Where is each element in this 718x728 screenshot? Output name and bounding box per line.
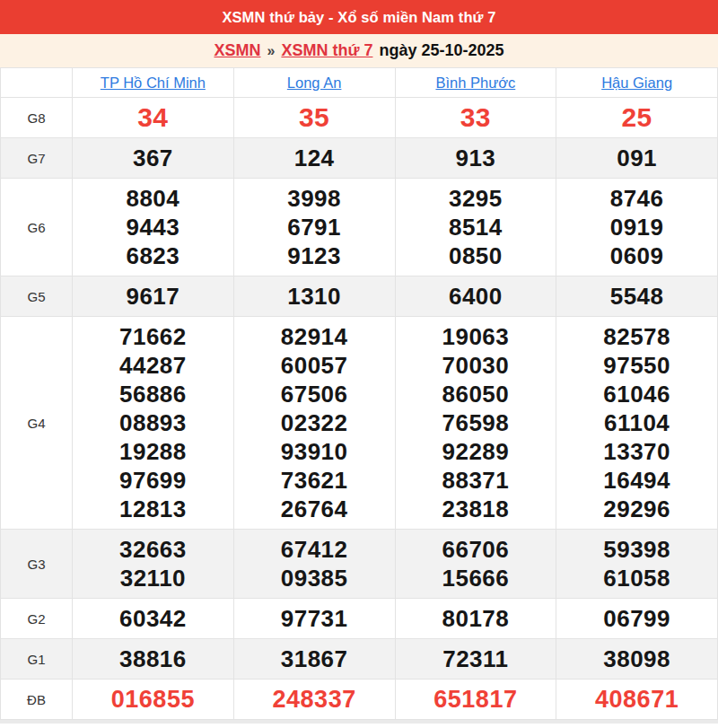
result-number: 5548 (556, 282, 717, 311)
prize-label: G6 (1, 179, 73, 276)
result-cell: 35 (233, 98, 395, 138)
result-number: 66706 (396, 535, 556, 564)
result-cell: 38098 (556, 639, 718, 680)
result-number: 16494 (556, 466, 717, 495)
breadcrumb-link-xsmn-thu-7[interactable]: XSMN thứ 7 (281, 41, 372, 60)
prize-label: G7 (1, 138, 73, 179)
result-number: 9123 (234, 241, 395, 270)
province-header: TP Hồ Chí Minh (73, 68, 234, 98)
result-number: 60057 (234, 351, 395, 380)
result-cell: 651817 (395, 680, 556, 720)
breadcrumb: XSMN » XSMN thứ 7 ngày 25-10-2025 (0, 34, 718, 67)
result-number: 0850 (396, 241, 556, 270)
result-number: 3295 (396, 184, 556, 213)
prize-label: G1 (1, 639, 73, 680)
prize-row-db: ĐB016855248337651817408671 (1, 680, 718, 720)
result-number: 32110 (73, 564, 233, 592)
result-cell: 399867919123 (233, 179, 395, 276)
result-number: 9443 (73, 213, 233, 241)
province-header: Long An (233, 68, 395, 98)
result-number: 1310 (234, 282, 395, 311)
result-cell: 60342 (73, 599, 234, 639)
result-cell: 5939861058 (556, 530, 718, 599)
province-link[interactable]: Hậu Giang (601, 75, 672, 91)
bottom-divider (0, 720, 718, 724)
result-cell: 82914600576750602322939107362126764 (233, 317, 395, 530)
result-number: 8746 (556, 184, 717, 213)
result-cell: 25 (556, 98, 718, 138)
result-number: 80178 (396, 604, 556, 633)
breadcrumb-separator-icon: » (267, 43, 275, 59)
result-number: 61046 (556, 380, 717, 408)
result-number: 23818 (396, 495, 556, 523)
prize-row-g6: G688049443682339986791912332958514085087… (1, 179, 718, 276)
result-number: 82578 (556, 322, 717, 351)
prize-label: G8 (1, 98, 73, 138)
prize-label: G4 (1, 317, 73, 530)
result-cell: 408671 (556, 680, 718, 720)
result-number: 59398 (556, 535, 717, 564)
result-cell: 06799 (556, 599, 718, 639)
result-cell: 9617 (73, 276, 234, 317)
result-cell: 6400 (395, 276, 556, 317)
result-number: 124 (234, 144, 395, 172)
result-number: 61058 (556, 564, 717, 592)
prize-label: G5 (1, 276, 73, 317)
result-number: 3998 (234, 184, 395, 213)
prize-row-g2: G260342977318017806799 (1, 599, 718, 639)
result-number: 86050 (396, 380, 556, 408)
result-number: 29296 (556, 495, 717, 523)
result-number: 913 (396, 144, 556, 172)
result-number: 31867 (234, 645, 395, 673)
result-cell: 367 (73, 138, 234, 179)
result-cell: 5548 (556, 276, 718, 317)
result-number: 016855 (73, 685, 233, 714)
result-number: 25 (556, 103, 717, 132)
result-number: 02322 (234, 408, 395, 437)
result-number: 72311 (396, 645, 556, 673)
province-link[interactable]: Long An (287, 75, 342, 91)
result-number: 6400 (396, 282, 556, 311)
province-header: Hậu Giang (556, 68, 718, 98)
result-cell: 1310 (233, 276, 395, 317)
result-number: 56886 (73, 380, 233, 408)
result-number: 35 (234, 103, 395, 132)
result-number: 13370 (556, 437, 717, 466)
result-number: 38816 (73, 645, 233, 673)
result-number: 97550 (556, 351, 717, 380)
result-number: 60342 (73, 604, 233, 633)
result-cell: 880494436823 (73, 179, 234, 276)
result-number: 19288 (73, 437, 233, 466)
result-number: 6823 (73, 241, 233, 270)
result-number: 67412 (234, 535, 395, 564)
result-number: 09385 (234, 564, 395, 592)
result-cell: 874609190609 (556, 179, 718, 276)
result-number: 70030 (396, 351, 556, 380)
result-number: 97699 (73, 466, 233, 495)
result-cell: 19063700308605076598922898837123818 (395, 317, 556, 530)
prize-label: G2 (1, 599, 73, 639)
breadcrumb-link-xsmn[interactable]: XSMN (214, 41, 260, 60)
result-cell: 3266332110 (73, 530, 234, 599)
result-number: 06799 (556, 604, 717, 633)
result-cell: 34 (73, 98, 234, 138)
result-number: 19063 (396, 322, 556, 351)
prize-row-g8: G834353325 (1, 98, 718, 138)
province-link[interactable]: Bình Phước (435, 75, 515, 91)
result-cell: 97731 (233, 599, 395, 639)
result-number: 26764 (234, 495, 395, 523)
result-number: 15666 (396, 564, 556, 592)
result-number: 88371 (396, 466, 556, 495)
result-cell: 71662442875688608893192889769912813 (73, 317, 234, 530)
result-cell: 6741209385 (233, 530, 395, 599)
result-number: 408671 (556, 685, 717, 714)
result-number: 6791 (234, 213, 395, 241)
result-cell: 38816 (73, 639, 234, 680)
result-number: 367 (73, 144, 233, 172)
result-number: 32663 (73, 535, 233, 564)
prize-row-g4: G471662442875688608893192889769912813829… (1, 317, 718, 530)
result-cell: 124 (233, 138, 395, 179)
province-link[interactable]: TP Hồ Chí Minh (101, 75, 206, 91)
result-number: 67506 (234, 380, 395, 408)
result-number: 8514 (396, 213, 556, 241)
